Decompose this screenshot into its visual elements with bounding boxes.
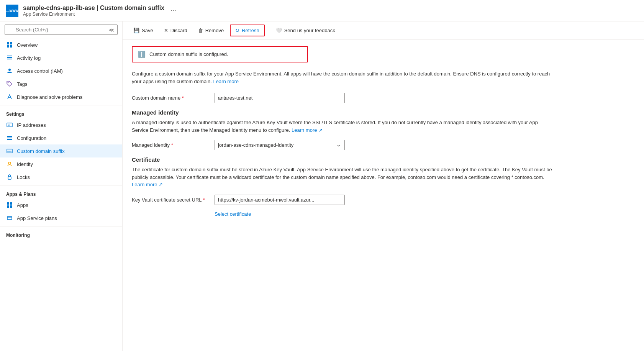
feedback-icon: 🤍 [276, 28, 282, 33]
key-vault-label: Key Vault certificate secret URL * [132, 197, 208, 203]
svg-rect-8 [7, 59, 12, 59]
save-button[interactable]: 💾 Save [129, 25, 158, 36]
svg-rect-4 [7, 45, 9, 48]
sidebar-item-apps[interactable]: Apps [0, 198, 122, 212]
discard-icon: ✕ [164, 28, 168, 33]
managed-identity-row: Managed identity * jordan-ase-cdns-manag… [132, 140, 635, 150]
page-title: sample-cdns-app-ilb-ase | Custom domain … [23, 5, 164, 11]
nav-divider-2 [0, 185, 122, 185]
key-vault-row: Key Vault certificate secret URL * [132, 195, 635, 205]
activity-log-icon [6, 54, 13, 61]
sidebar-item-overview[interactable]: Overview [0, 38, 122, 51]
sidebar-item-access-control[interactable]: Access control (IAM) [0, 64, 122, 77]
header-title-block: sample-cdns-app-ilb-ase | Custom domain … [23, 5, 164, 17]
sidebar-item-label: Access control (IAM) [17, 68, 63, 74]
discard-button[interactable]: ✕ Discard [159, 25, 192, 36]
toolbar-separator [268, 26, 268, 35]
sidebar-item-identity[interactable]: Identity [0, 157, 122, 171]
svg-rect-14 [7, 136, 12, 137]
app-icon: www www [6, 5, 18, 17]
search-wrap: 🔍 ≪ [5, 25, 118, 35]
svg-rect-22 [10, 202, 12, 205]
sidebar-item-label: Apps [17, 202, 28, 208]
required-marker-3: * [203, 197, 205, 203]
sidebar-item-label: App Service plans [17, 215, 57, 221]
refresh-icon: ↻ [235, 28, 239, 33]
save-icon: 💾 [133, 28, 139, 33]
overview-icon [6, 41, 13, 48]
sidebar-item-label: Locks [17, 174, 30, 180]
required-marker-2: * [171, 142, 173, 148]
svg-point-10 [8, 82, 9, 83]
more-options-button[interactable]: ··· [170, 7, 176, 15]
page-subtitle: App Service Environment [23, 11, 164, 17]
body-layout: 🔍 ≪ Overview Activity log Access control [0, 21, 644, 351]
custom-domain-row: Custom domain name * [132, 93, 635, 103]
svg-rect-6 [7, 56, 12, 56]
svg-rect-16 [7, 139, 12, 140]
managed-identity-desc: A managed identity is used to authentica… [132, 119, 553, 134]
svg-text:IP: IP [8, 124, 10, 126]
sidebar-item-label: Overview [17, 42, 38, 48]
managed-identity-label: Managed identity * [132, 142, 208, 148]
feedback-button[interactable]: 🤍 Send us your feedback [271, 25, 340, 36]
custom-domain-input[interactable] [215, 93, 345, 103]
content-area: ℹ️ Custom domain suffix is configured. C… [123, 40, 644, 351]
locks-icon [6, 174, 13, 180]
sidebar-item-label: Identity [17, 161, 33, 167]
learn-more-link-1[interactable]: Learn more [213, 79, 238, 84]
www-icon: www [6, 7, 10, 15]
certificate-learn-more-link[interactable]: Learn more ↗ [132, 182, 163, 187]
sidebar-item-label: Activity log [17, 55, 41, 61]
managed-identity-section-title: Managed identity [132, 109, 635, 116]
svg-rect-15 [7, 138, 12, 138]
toolbar: 💾 Save ✕ Discard 🗑 Remove ↻ Refresh 🤍 Se… [123, 21, 644, 40]
certificate-desc: The certificate for custom domain suffix… [132, 166, 553, 189]
remove-button[interactable]: 🗑 Remove [193, 25, 228, 36]
managed-identity-select[interactable]: jordan-ase-cdns-managed-identity [215, 140, 345, 150]
svg-rect-3 [10, 42, 12, 44]
sidebar-item-label: Diagnose and solve problems [17, 94, 82, 100]
header: www www sample-cdns-app-ilb-ase | Custom… [0, 0, 644, 21]
svg-text:www: www [7, 150, 11, 153]
custom-domain-icon: www [6, 148, 13, 154]
settings-section-title: Settings [0, 107, 122, 118]
diagnose-icon [6, 93, 13, 100]
sidebar-item-locks[interactable]: Locks [0, 171, 122, 184]
svg-point-19 [8, 162, 11, 164]
select-certificate-wrap: Select certificate [215, 211, 635, 217]
content-description: Configure a custom domain suffix for you… [132, 70, 553, 85]
sidebar-item-activity-log[interactable]: Activity log [0, 51, 122, 64]
search-input[interactable] [5, 25, 118, 35]
svg-rect-1 [6, 11, 10, 12]
svg-rect-23 [7, 205, 9, 208]
certificate-section-title: Certificate [132, 156, 635, 163]
key-vault-input[interactable] [215, 195, 345, 205]
identity-icon [6, 161, 13, 167]
custom-domain-label: Custom domain name * [132, 95, 208, 101]
sidebar-item-app-service-plans[interactable]: App Service plans [0, 212, 122, 225]
sidebar-item-label: IP addresses [17, 122, 46, 128]
alert-icon: ℹ️ [138, 51, 146, 58]
alert-text: Custom domain suffix is configured. [149, 51, 228, 57]
sidebar-item-tags[interactable]: Tags [0, 77, 122, 90]
sidebar-item-configuration[interactable]: Configuration [0, 131, 122, 144]
svg-rect-5 [10, 45, 12, 48]
sidebar-item-custom-domain-suffix[interactable]: www Custom domain suffix [0, 144, 122, 157]
svg-rect-25 [7, 217, 12, 220]
access-control-icon [6, 67, 13, 74]
managed-identity-select-wrap: jordan-ase-cdns-managed-identity [215, 140, 345, 150]
sidebar-item-diagnose[interactable]: Diagnose and solve problems [0, 90, 122, 103]
sidebar-collapse-button[interactable]: ≪ [109, 27, 115, 33]
svg-rect-7 [7, 57, 12, 58]
sidebar-item-label: Tags [17, 81, 27, 87]
sidebar-item-ip-addresses[interactable]: IP IP addresses [0, 118, 122, 131]
managed-identity-learn-more-link[interactable]: Learn more ↗ [292, 127, 323, 133]
tags-icon [6, 80, 13, 87]
select-certificate-link[interactable]: Select certificate [215, 211, 251, 217]
svg-rect-2 [7, 42, 9, 44]
refresh-button[interactable]: ↻ Refresh [230, 25, 265, 36]
ip-icon: IP [6, 121, 13, 128]
remove-icon: 🗑 [198, 28, 203, 33]
monitoring-section-title: Monitoring [0, 228, 122, 239]
